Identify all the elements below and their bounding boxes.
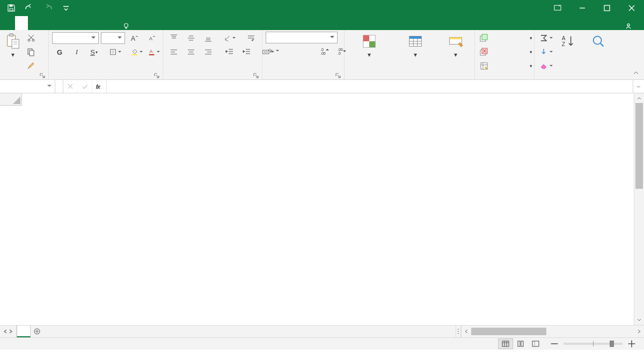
- conditional-formatting-button[interactable]: ▾: [348, 32, 391, 69]
- bold-button[interactable]: G: [52, 46, 67, 58]
- clear-button[interactable]: [538, 60, 554, 72]
- align-right-button[interactable]: [201, 46, 216, 58]
- expand-formula-bar-button[interactable]: [633, 80, 644, 93]
- vertical-scroll-thumb[interactable]: [635, 103, 643, 189]
- fill-button[interactable]: [538, 46, 554, 58]
- orientation-button[interactable]: [222, 32, 237, 45]
- zoom-in-button[interactable]: [626, 339, 638, 348]
- copy-button[interactable]: [24, 46, 39, 58]
- zoom-slider[interactable]: [564, 343, 623, 345]
- format-as-table-button[interactable]: ▾: [391, 32, 440, 69]
- cell-styles-button[interactable]: ▾: [440, 32, 471, 69]
- scroll-down-button[interactable]: [634, 315, 644, 325]
- increase-indent-button[interactable]: [239, 46, 254, 58]
- enter-formula-button[interactable]: [78, 80, 92, 93]
- svg-rect-16: [132, 54, 137, 55]
- format-cells-button[interactable]: ▾: [478, 60, 534, 72]
- decrease-decimal-button[interactable]: .00.0: [334, 45, 349, 57]
- cancel-formula-button[interactable]: [63, 80, 78, 93]
- tab-fichier[interactable]: [2, 16, 15, 30]
- tab-donnees[interactable]: [67, 16, 79, 30]
- tab-revision[interactable]: [79, 16, 92, 30]
- align-top-button[interactable]: [166, 32, 181, 45]
- increase-font-button[interactable]: A: [127, 32, 142, 45]
- tab-insertion[interactable]: [28, 16, 41, 30]
- font-size-combo[interactable]: [101, 32, 125, 44]
- view-normal-button[interactable]: [498, 338, 513, 349]
- add-sheet-button[interactable]: [31, 326, 43, 337]
- scroll-right-button[interactable]: [634, 326, 644, 337]
- align-center-button[interactable]: [184, 46, 199, 58]
- autosum-button[interactable]: [538, 32, 554, 45]
- borders-button[interactable]: [108, 46, 123, 58]
- format-painter-button[interactable]: [24, 60, 39, 72]
- qat-customize-button[interactable]: [58, 0, 74, 17]
- decrease-font-button[interactable]: A: [144, 32, 159, 45]
- sheet-tab-feuil1[interactable]: [17, 326, 31, 337]
- vertical-scrollbar[interactable]: [634, 93, 644, 325]
- view-page-layout-button[interactable]: [513, 338, 528, 349]
- align-bottom-button[interactable]: [201, 32, 216, 45]
- italic-button[interactable]: I: [69, 46, 84, 58]
- cells-area[interactable]: [21, 106, 634, 325]
- increase-decimal-button[interactable]: .0.00: [317, 45, 332, 57]
- alignment-dialog-launcher[interactable]: [253, 73, 259, 78]
- comma-format-button[interactable]: [300, 45, 315, 57]
- horizontal-scrollbar[interactable]: [461, 326, 644, 337]
- tab-aide[interactable]: [105, 16, 118, 30]
- wrap-text-button[interactable]: [244, 32, 259, 45]
- svg-point-43: [458, 331, 459, 332]
- collapse-ribbon-button[interactable]: [631, 68, 641, 78]
- scroll-left-button[interactable]: [462, 326, 471, 337]
- font-color-button[interactable]: A: [147, 46, 162, 58]
- cut-button[interactable]: [24, 32, 39, 45]
- sort-filter-button[interactable]: AZ: [557, 32, 579, 69]
- tab-mise-en-page[interactable]: [41, 16, 54, 30]
- svg-rect-12: [30, 50, 34, 56]
- fill-color-button[interactable]: [129, 46, 144, 58]
- undo-button[interactable]: [21, 0, 38, 17]
- tab-formules[interactable]: [54, 16, 67, 30]
- number-dialog-launcher[interactable]: [335, 73, 341, 78]
- status-bar: [0, 337, 644, 350]
- horizontal-scroll-thumb[interactable]: [471, 328, 546, 335]
- align-middle-button[interactable]: [184, 32, 199, 45]
- insert-cells-button[interactable]: ▾: [478, 32, 534, 45]
- save-button[interactable]: [3, 0, 19, 17]
- zoom-slider-knob[interactable]: [610, 341, 614, 347]
- ribbon-display-options-button[interactable]: [545, 0, 570, 16]
- number-format-combo[interactable]: [266, 32, 338, 43]
- name-box[interactable]: [0, 80, 55, 93]
- select-all-corner[interactable]: [0, 93, 22, 106]
- paste-button[interactable]: ▾: [3, 32, 23, 69]
- font-dialog-launcher[interactable]: [154, 73, 159, 78]
- svg-text:Z: Z: [562, 41, 565, 47]
- insert-function-button[interactable]: fx: [92, 80, 107, 93]
- clipboard-dialog-launcher[interactable]: [40, 73, 45, 78]
- formula-input[interactable]: [107, 80, 633, 93]
- tab-affichage[interactable]: [92, 16, 105, 30]
- minimize-button[interactable]: [570, 0, 595, 16]
- window-buttons: [545, 0, 644, 16]
- decrease-indent-button[interactable]: [222, 46, 237, 58]
- redo-button[interactable]: [40, 0, 56, 17]
- underline-button[interactable]: S▾: [86, 46, 101, 58]
- share-button[interactable]: [617, 23, 642, 30]
- maximize-button[interactable]: [595, 0, 619, 16]
- share-icon: [625, 23, 632, 30]
- delete-cells-button[interactable]: ▾: [478, 46, 534, 58]
- zoom-out-button[interactable]: [548, 339, 560, 348]
- close-button[interactable]: [619, 0, 644, 16]
- scroll-up-button[interactable]: [634, 93, 644, 103]
- percent-format-button[interactable]: [283, 45, 298, 57]
- tab-split-handle[interactable]: [456, 326, 461, 337]
- sheet-nav-buttons[interactable]: [0, 326, 17, 337]
- titlebar: [0, 0, 644, 16]
- align-left-button[interactable]: [166, 46, 181, 58]
- tab-accueil[interactable]: [15, 16, 28, 30]
- accounting-format-button[interactable]: ₠: [266, 45, 281, 57]
- find-select-button[interactable]: [579, 32, 618, 69]
- view-page-break-button[interactable]: [528, 338, 543, 349]
- font-name-combo[interactable]: [52, 32, 99, 44]
- tell-me-search[interactable]: [122, 23, 133, 30]
